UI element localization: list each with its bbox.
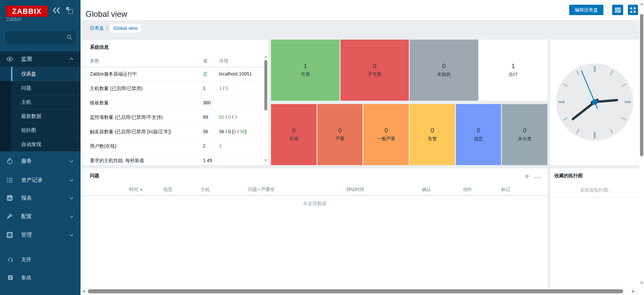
sidebar-item-dashboard[interactable]: 仪表盘 [0, 67, 80, 81]
tile-label: 灾难 [289, 136, 298, 142]
sidebar-item-api[interactable]: API [0, 291, 80, 295]
system-info-column-header: 值 [203, 55, 208, 67]
headset-icon [7, 256, 13, 262]
gear-icon [524, 173, 530, 179]
sidebar-item-inventory[interactable]: 资产记录 [0, 173, 80, 188]
dashboard-menu-button[interactable] [612, 5, 623, 15]
page-title: Global view [86, 9, 127, 19]
gear-square-icon [6, 231, 13, 239]
tile-label: 未知的 [437, 71, 451, 78]
severity-tile: 0未分类 [502, 104, 547, 165]
zabbix-logo[interactable]: ZABBIX [6, 6, 48, 17]
sidebar-item-label: 管理 [21, 232, 32, 239]
problems-more-button[interactable] [534, 175, 541, 180]
kiosk-mode-button[interactable] [628, 5, 638, 15]
favorite-maps-title: 收藏的拓扑图 [554, 173, 583, 179]
sidebar-item-label: 监测 [21, 56, 32, 63]
problems-column-header[interactable]: 确认 [422, 187, 431, 193]
sidebar-item-latest-data[interactable]: 最新数据 [0, 109, 80, 123]
chart-icon [6, 194, 13, 202]
breadcrumb-dashboards-link[interactable]: 仪表盘 [90, 25, 104, 31]
sidebar-item-configuration[interactable]: 配置 [0, 209, 80, 224]
system-info-row: 模板数量380 [82, 96, 264, 110]
scroll-down-arrow[interactable] [640, 282, 643, 284]
sidebar-collapse-button[interactable] [52, 7, 61, 15]
vertical-scrollbar-thumb[interactable] [640, 14, 643, 156]
sysinfo-value: 是 [203, 67, 208, 81]
problems-title: 问题 [90, 173, 99, 179]
system-info-row: 触发器数量 (已启用/已禁用 [问题/正常])5656 / 0 [0 / 56] [82, 125, 264, 139]
sysinfo-value: 2 [203, 139, 206, 153]
problems-column-header[interactable]: 标记 [501, 187, 510, 193]
divider [550, 197, 639, 198]
sidebar-item-label: 问题 [21, 81, 31, 95]
sidebar-item-reports[interactable]: 报表 [0, 191, 80, 205]
availability-tile: 1可用 [271, 40, 340, 101]
tile-label: 不可用 [368, 71, 382, 78]
problems-column-header[interactable]: 时间 [129, 187, 143, 193]
sysinfo-param: 模板数量 [90, 96, 109, 110]
sysinfo-param: Zabbix服务器端运行中 [90, 67, 137, 81]
sidebar-undock-button[interactable] [66, 7, 74, 16]
chevron-down-icon [69, 196, 74, 200]
active-item-bar [11, 67, 12, 81]
problems-column-header[interactable]: 主机 [201, 187, 210, 193]
severity-tile: 0告警 [410, 104, 455, 165]
vertical-scrollbar [639, 0, 644, 295]
sidebar-item-services[interactable]: 服务 [0, 154, 80, 168]
sysinfo-scrollbar-thumb[interactable] [264, 60, 267, 110]
sidebar-item-problems[interactable]: 问题 [0, 81, 80, 95]
problems-settings-button[interactable] [524, 173, 530, 180]
sidebar-section-monitoring: 监测仪表盘问题主机最新数据拓扑图自动发现 [0, 51, 80, 151]
search-box [6, 31, 75, 44]
sidebar-item-support[interactable]: 支持 [0, 252, 80, 267]
tile-value: 0 [373, 63, 376, 70]
horizontal-scrollbar-thumb[interactable] [88, 289, 623, 293]
problems-widget: 问题 时间信息主机问题 • 严重性持续时间确认动作标记 未发现数据 [82, 168, 547, 288]
analog-clock [554, 62, 635, 142]
tile-label: 一般严重 [377, 136, 395, 142]
problems-column-header[interactable]: 信息 [163, 187, 172, 193]
sidebar-item-label: 集成 [21, 275, 31, 281]
problems-column-header[interactable]: 动作 [463, 187, 472, 193]
chevron-down-icon [69, 178, 74, 182]
favorite-maps-empty-text: 未添加拓扑图. [550, 187, 639, 193]
clock-widget [550, 40, 639, 165]
sysinfo-value: 380 [203, 96, 211, 110]
breadcrumb-current-link[interactable]: Global view [110, 24, 141, 33]
sidebar-item-hosts[interactable]: 主机 [0, 95, 80, 109]
sidebar-item-label: 最新数据 [21, 109, 41, 123]
tile-label: 严重 [335, 136, 344, 142]
edit-dashboard-button[interactable]: 编辑仪表盘 [569, 5, 603, 15]
search-input[interactable] [9, 33, 64, 42]
problems-column-header[interactable]: 持续时间 [346, 187, 364, 193]
sysinfo-scroll-up-arrow[interactable] [264, 56, 267, 58]
scroll-right-arrow[interactable] [632, 290, 635, 293]
sidebar-item-label: 资产记录 [21, 177, 43, 184]
sidebar-item-maps[interactable]: 拓扑图 [0, 123, 80, 137]
system-info-row: 主机数量 (已启用/已禁用)11 / 0 [82, 81, 264, 96]
problems-by-severity-widget: 0灾难0严重0一般严重0告警0信息0未分类 [271, 104, 547, 165]
sysinfo-param: 监控项数量 (已启用/已禁用/不支持) [90, 110, 163, 125]
tile-value: 1 [304, 63, 307, 70]
sidebar-item-integrations[interactable]: 集成 [0, 270, 80, 285]
stopwatch-icon [6, 157, 13, 165]
sysinfo-param: 要求的主机性能, 每秒新值 [90, 153, 144, 168]
sysinfo-detail: localhost:10051 [219, 67, 252, 81]
sysinfo-detail: 91 / 0 / 8 [219, 110, 237, 125]
scroll-up-arrow[interactable] [640, 3, 643, 5]
sidebar-item-administration[interactable]: 管理 [0, 228, 80, 242]
wrench-icon [6, 213, 13, 220]
problems-empty-text: 未发现数据 [82, 201, 547, 207]
sidebar-item-discovery[interactable]: 自动发现 [0, 137, 80, 151]
server-name: Zabbix [6, 16, 21, 22]
chevron-down-icon [69, 233, 74, 237]
availability-tile: 1合计 [479, 40, 548, 101]
sidebar-item-monitoring[interactable]: 监测 [0, 51, 80, 67]
sysinfo-scroll-down-arrow[interactable] [264, 159, 267, 162]
problems-column-header[interactable]: 问题 • 严重性 [248, 187, 275, 193]
sort-desc-icon [140, 189, 143, 191]
severity-tile: 0灾难 [271, 104, 317, 165]
sidebar-item-label: 拓扑图 [21, 123, 36, 137]
scroll-left-arrow[interactable] [83, 290, 85, 293]
